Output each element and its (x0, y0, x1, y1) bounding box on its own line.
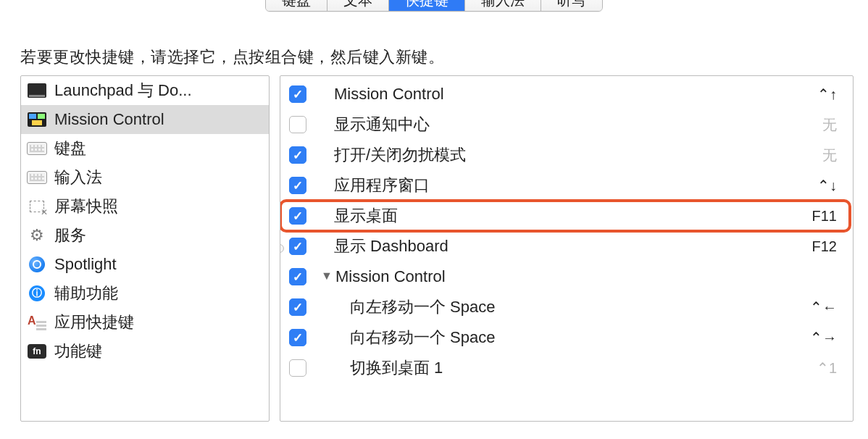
shortcut-accelerator[interactable]: 无 (822, 146, 841, 165)
shortcut-checkbox[interactable] (289, 85, 306, 103)
shortcut-accelerator[interactable]: ⌃→ (810, 329, 841, 346)
category-item-5[interactable]: ⚙服务 (21, 221, 269, 250)
shortcut-label: 应用程序窗口 (320, 175, 817, 196)
shortcut-label: Mission Control (335, 267, 837, 286)
shortcut-checkbox[interactable] (289, 329, 306, 346)
shortcut-checkbox[interactable] (289, 146, 306, 164)
shortcut-label: 显示通知中心 (320, 114, 822, 135)
shortcut-checkbox[interactable] (289, 116, 306, 133)
tab-1[interactable]: 文本 (327, 0, 389, 11)
shortcut-accelerator[interactable]: ⌃1 (817, 359, 841, 377)
category-item-0[interactable]: Launchpad 与 Do... (21, 76, 269, 105)
category-item-4[interactable]: 屏幕快照 (21, 192, 269, 221)
category-label: 键盘 (54, 138, 86, 159)
category-list: Launchpad 与 Do...Mission Control键盘输入法屏幕快… (21, 76, 269, 366)
category-label: Spotlight (54, 255, 117, 274)
shortcut-label: Mission Control (320, 85, 817, 104)
shortcut-checkbox[interactable] (289, 359, 306, 377)
category-label: 输入法 (54, 167, 102, 188)
tab-2[interactable]: 快捷键 (389, 0, 465, 11)
shortcut-label: 打开/关闭勿扰模式 (320, 144, 822, 166)
spotlight-icon (27, 256, 47, 273)
content-panes: Launchpad 与 Do...Mission Control键盘输入法屏幕快… (0, 75, 868, 436)
shortcut-label: 向右移动一个 Space (320, 327, 810, 348)
access-icon: ⓘ (27, 285, 47, 302)
tab-0[interactable]: 键盘 (266, 0, 327, 11)
shortcut-accelerator[interactable]: F11 (812, 208, 841, 225)
shortcut-checkbox[interactable] (289, 238, 306, 255)
shortcut-row-5[interactable]: 显示 DashboardF12 (285, 231, 846, 262)
shortcut-list: Mission Control⌃↑显示通知中心无打开/关闭勿扰模式无应用程序窗口… (280, 76, 853, 386)
keyboard-icon (27, 140, 47, 157)
category-label: Mission Control (54, 110, 164, 129)
segmented-control: 键盘文本快捷键输入法听写 (265, 0, 603, 12)
shortcut-row-8[interactable]: 向右移动一个 Space⌃→ (285, 322, 846, 353)
shortcut-accelerator[interactable]: ⌃← (810, 298, 841, 316)
category-item-8[interactable]: 应用快捷键 (21, 308, 269, 337)
shortcut-accelerator[interactable]: F12 (812, 238, 841, 255)
screenshot-icon (27, 198, 47, 215)
shortcut-checkbox[interactable] (289, 177, 306, 194)
mc-icon (27, 111, 47, 128)
disclosure-triangle-icon[interactable]: ▼ (320, 269, 334, 283)
shortcut-label: 显示桌面 (320, 205, 812, 227)
category-label: 应用快捷键 (54, 312, 134, 333)
shortcut-row-9[interactable]: 切换到桌面 1⌃1 (285, 353, 846, 383)
category-item-6[interactable]: Spotlight (21, 250, 269, 279)
instruction-text: 若要更改快捷键，请选择它，点按组合键，然后键入新键。 (20, 46, 868, 68)
tab-4[interactable]: 听写 (541, 0, 602, 11)
shortcut-row-1[interactable]: 显示通知中心无 (285, 109, 846, 140)
launchpad-icon (27, 82, 47, 99)
tab-3[interactable]: 输入法 (465, 0, 541, 11)
shortcut-accelerator[interactable]: ⌃↑ (817, 85, 841, 103)
category-pane: Launchpad 与 Do...Mission Control键盘输入法屏幕快… (20, 75, 270, 422)
category-label: 功能键 (54, 340, 102, 362)
shortcut-checkbox[interactable] (289, 207, 306, 225)
shortcut-pane: Mission Control⌃↑显示通知中心无打开/关闭勿扰模式无应用程序窗口… (280, 75, 854, 422)
category-label: 服务 (54, 225, 86, 246)
shortcut-label: 切换到桌面 1 (320, 357, 817, 379)
category-label: 屏幕快照 (54, 196, 118, 217)
fn-icon: fn (27, 343, 47, 360)
category-item-3[interactable]: 输入法 (21, 163, 269, 192)
shortcut-row-6[interactable]: ▼Mission Control (285, 262, 846, 292)
shortcut-row-2[interactable]: 打开/关闭勿扰模式无 (285, 140, 846, 170)
shortcut-label: 向左移动一个 Space (320, 296, 810, 318)
shortcut-checkbox[interactable] (289, 268, 306, 285)
category-label: Launchpad 与 Do... (54, 80, 192, 101)
shortcut-row-3[interactable]: 应用程序窗口⌃↓ (285, 170, 846, 201)
category-label: 辅助功能 (54, 283, 118, 304)
shortcut-checkbox[interactable] (289, 298, 306, 316)
apps-icon (27, 314, 47, 331)
category-item-7[interactable]: ⓘ辅助功能 (21, 279, 269, 308)
services-icon: ⚙ (27, 227, 47, 244)
shortcut-row-0[interactable]: Mission Control⌃↑ (285, 79, 846, 109)
shortcut-accelerator[interactable]: ⌃↓ (817, 177, 841, 194)
shortcut-row-7[interactable]: 向左移动一个 Space⌃← (285, 292, 846, 322)
keyboard-icon (27, 169, 47, 186)
shortcut-accelerator[interactable]: 无 (822, 115, 841, 135)
category-item-1[interactable]: Mission Control (21, 105, 269, 134)
category-item-9[interactable]: fn功能键 (21, 337, 269, 366)
category-item-2[interactable]: 键盘 (21, 134, 269, 163)
shortcut-label: 显示 Dashboard (320, 235, 812, 257)
shortcut-row-4[interactable]: 显示桌面F11 (285, 201, 846, 231)
